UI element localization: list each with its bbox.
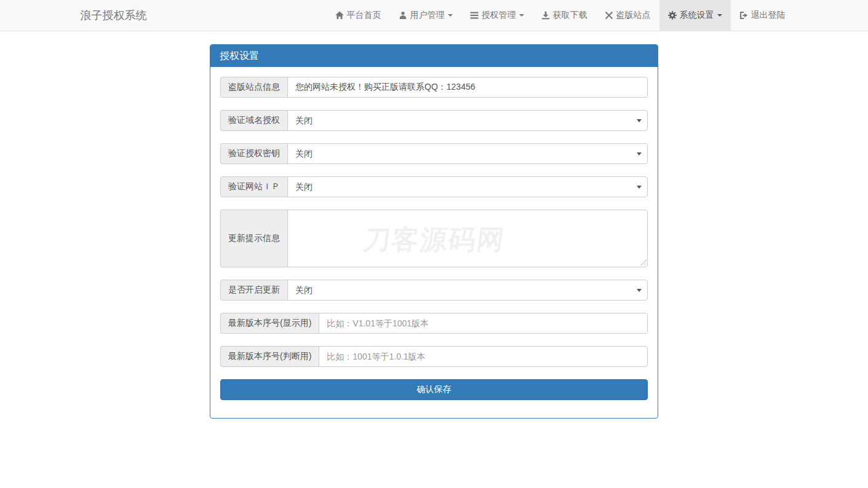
nav-item-label: 获取下载 [553,10,587,21]
field-control-cell [287,77,648,98]
field-label: 验证授权密钥 [220,143,287,164]
verify-domain-select[interactable]: 关闭 [287,110,648,131]
field-row-update-switch: 是否开启更新 关闭 [220,280,648,301]
nav-item-licenses[interactable]: 授权管理 [461,0,533,31]
nav-item-download[interactable]: 获取下载 [533,0,596,31]
field-control-cell: 关闭 [287,143,648,164]
verify-site-ip-select[interactable]: 关闭 [287,176,648,197]
field-control-cell: 关闭 [287,110,648,131]
field-control-cell [319,313,648,334]
download-icon [541,11,550,20]
field-row-verify-auth-key: 验证授权密钥 关闭 [220,143,648,164]
gear-icon [668,11,677,20]
field-label: 验证域名授权 [220,110,287,131]
home-icon [335,11,344,20]
version-judge-input[interactable] [319,346,648,367]
logout-icon [739,11,748,20]
update-switch-select[interactable]: 关闭 [287,280,648,301]
x-icon [605,11,613,20]
user-icon [399,11,407,20]
chevron-down-icon [519,14,524,17]
nav-item-home[interactable]: 平台首页 [327,0,390,31]
pirate-site-info-input[interactable] [287,77,648,98]
nav-item-label: 盗版站点 [616,10,651,21]
nav-item-system-settings[interactable]: 系统设置 [659,0,731,31]
brand-title[interactable]: 浪子授权系统 [74,0,153,31]
field-label: 盗版站点信息 [220,77,287,98]
version-display-input[interactable] [319,313,648,334]
field-label: 最新版本序号(显示用) [220,313,319,334]
update-notice-textarea[interactable] [287,210,648,267]
nav-item-label: 用户管理 [410,10,445,21]
field-row-version-display: 最新版本序号(显示用) [220,313,648,334]
panel-title: 授权设置 [210,45,658,67]
list-icon [470,11,479,20]
chevron-down-icon [448,14,453,17]
nav-item-users[interactable]: 用户管理 [390,0,461,31]
nav-list: 平台首页 用户管理 授权管理 获取下载 [327,0,794,31]
navbar-container: 浪子授权系统 平台首页 用户管理 授权管理 [74,0,794,31]
field-label: 最新版本序号(判断用) [220,346,319,367]
field-control-cell: 关闭 [287,176,648,197]
field-row-verify-site-ip: 验证网站ＩＰ 关闭 [220,176,648,197]
field-control-cell: 关闭 [287,280,648,301]
field-label: 是否开启更新 [220,280,287,301]
field-control-cell [287,210,648,267]
verify-auth-key-select[interactable]: 关闭 [287,143,648,164]
field-label: 更新提示信息 [220,210,287,267]
nav-item-label: 退出登陆 [751,10,786,21]
field-control-cell [319,346,648,367]
field-row-update-notice: 更新提示信息 [220,210,648,267]
license-settings-panel: 授权设置 盗版站点信息 验证域名授权 关闭 验证授权密钥 关闭 [210,44,658,419]
chevron-down-icon [717,14,722,17]
nav-item-label: 系统设置 [680,10,714,21]
nav-item-label: 授权管理 [482,10,516,21]
field-row-version-judge: 最新版本序号(判断用) [220,346,648,367]
save-button[interactable]: 确认保存 [220,379,648,400]
top-navbar: 浪子授权系统 平台首页 用户管理 授权管理 [0,0,868,31]
nav-item-pirate-sites[interactable]: 盗版站点 [596,0,659,31]
field-row-verify-domain: 验证域名授权 关闭 [220,110,648,131]
nav-item-logout[interactable]: 退出登陆 [731,0,794,31]
nav-item-label: 平台首页 [347,10,381,21]
field-label: 验证网站ＩＰ [220,176,287,197]
panel-body: 盗版站点信息 验证域名授权 关闭 验证授权密钥 关闭 [210,67,658,418]
field-row-pirate-site-info: 盗版站点信息 [220,77,648,98]
